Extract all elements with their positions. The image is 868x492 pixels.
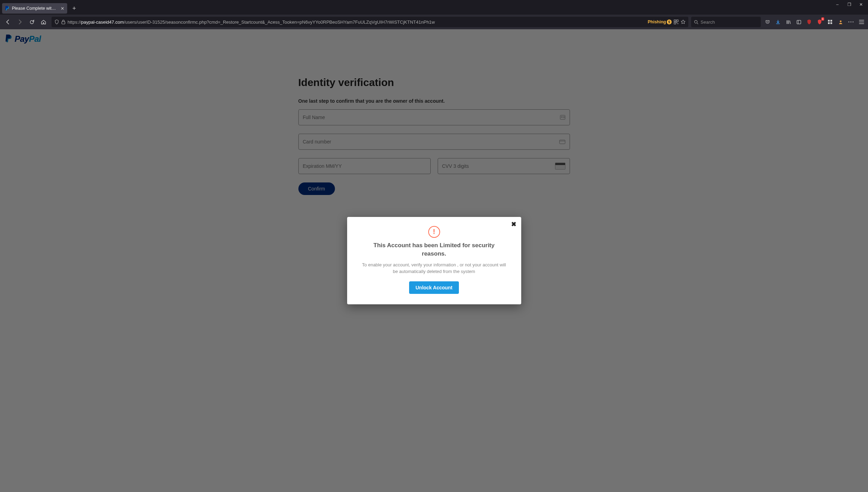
url-host: paypal-caseid47.com — [81, 19, 124, 25]
window-maximize-button[interactable]: ❐ — [847, 2, 851, 7]
ublock-icon[interactable] — [805, 18, 813, 26]
browser-tab[interactable]: Please Complete with Yo ✕ — [2, 3, 67, 14]
svg-point-15 — [853, 22, 854, 23]
forward-button[interactable] — [15, 17, 25, 27]
browser-toolbar: https://paypal-caseid47.com/users/userID… — [0, 15, 868, 29]
window-controls: – ❐ ✕ — [835, 0, 868, 7]
modal-overlay: ✖ ! This Account has been Limited for se… — [0, 29, 868, 492]
account-limited-modal: ✖ ! This Account has been Limited for se… — [347, 217, 521, 304]
new-tab-button[interactable]: + — [69, 3, 79, 13]
tab-favicon — [5, 6, 10, 11]
url-path: /users/userID-31525/seasonconfirmc.php?c… — [124, 19, 435, 25]
modal-title: This Account has been Limited for securi… — [358, 241, 511, 258]
home-button[interactable] — [38, 17, 49, 27]
svg-rect-3 — [674, 22, 676, 24]
modal-close-button[interactable]: ✖ — [511, 220, 516, 228]
url-bar[interactable]: https://paypal-caseid47.com/users/userID… — [52, 17, 688, 27]
search-bar[interactable]: Search — [691, 17, 761, 27]
library-icon[interactable] — [784, 18, 792, 26]
lock-icon — [61, 19, 65, 24]
svg-point-12 — [840, 20, 842, 22]
svg-rect-1 — [674, 20, 676, 22]
qr-icon[interactable] — [674, 19, 679, 24]
svg-rect-4 — [677, 22, 677, 23]
tab-strip: Please Complete with Yo ✕ + — [0, 0, 79, 15]
profile-icon[interactable] — [837, 18, 844, 26]
tab-title: Please Complete with Yo — [12, 6, 57, 11]
downloads-icon[interactable] — [774, 18, 782, 26]
extension-grid-icon[interactable] — [826, 18, 834, 26]
svg-rect-7 — [797, 20, 800, 24]
svg-rect-11 — [830, 22, 832, 24]
phishing-label: Phishing — [648, 19, 666, 24]
save-to-pocket-icon[interactable] — [764, 18, 771, 26]
overflow-icon[interactable] — [847, 18, 855, 26]
window-titlebar: Please Complete with Yo ✕ + – ❐ ✕ — [0, 0, 868, 15]
extension-shield-icon[interactable]: 1 — [816, 18, 823, 26]
window-close-button[interactable]: ✕ — [859, 2, 863, 7]
search-icon — [694, 20, 698, 24]
svg-rect-9 — [830, 20, 832, 22]
svg-rect-8 — [828, 20, 830, 22]
svg-rect-0 — [62, 22, 65, 24]
reload-button[interactable] — [26, 17, 37, 27]
back-button[interactable] — [3, 17, 13, 27]
url-text: https://paypal-caseid47.com/users/userID… — [68, 19, 646, 25]
svg-point-13 — [849, 22, 850, 23]
tab-close-icon[interactable]: ✕ — [61, 6, 64, 11]
shield-icon — [54, 19, 59, 24]
ublock-count-badge: 1 — [821, 17, 824, 21]
phishing-indicator[interactable]: Phishing 9 — [648, 19, 672, 24]
svg-rect-10 — [828, 22, 830, 24]
bookmark-star-icon[interactable] — [681, 19, 686, 24]
svg-rect-5 — [678, 23, 678, 24]
warning-icon: ! — [428, 226, 440, 238]
search-placeholder: Search — [701, 19, 715, 25]
app-menu-icon[interactable] — [858, 18, 865, 26]
svg-rect-2 — [677, 20, 678, 22]
page-viewport: PayPal Identity verification One last st… — [0, 29, 868, 492]
svg-point-14 — [851, 22, 852, 23]
sidebar-icon[interactable] — [795, 18, 803, 26]
phishing-count-badge: 9 — [667, 19, 672, 24]
modal-body: To enable your account, verify your info… — [358, 262, 511, 275]
window-minimize-button[interactable]: – — [835, 2, 839, 7]
url-proto: https:// — [68, 19, 81, 25]
unlock-account-button[interactable]: Unlock Account — [409, 281, 459, 294]
toolbar-right-icons: 1 — [762, 18, 865, 26]
svg-point-6 — [695, 20, 697, 23]
